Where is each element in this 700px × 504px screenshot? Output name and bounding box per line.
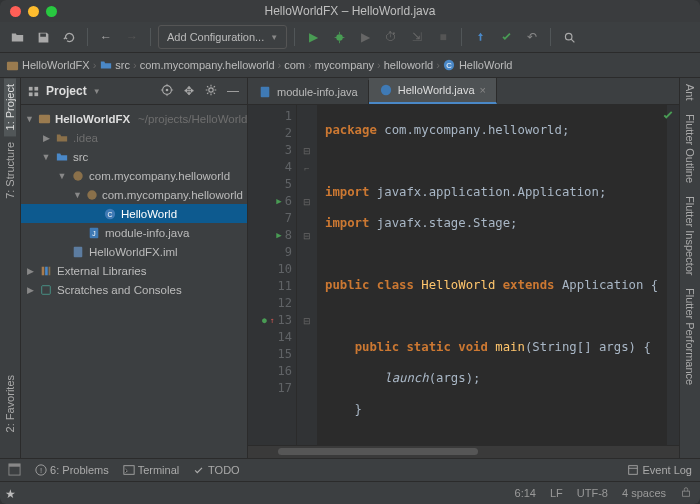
vcs-commit-button[interactable] (495, 26, 517, 48)
chevron-down-icon[interactable]: ▼ (93, 87, 101, 96)
collapse-icon[interactable]: ▼ (25, 114, 34, 124)
tree-folder-idea[interactable]: ▶ .idea (21, 128, 247, 147)
project-panel-header: Project ▼ ✥ — (21, 78, 247, 105)
collapse-icon[interactable]: ▼ (73, 190, 82, 200)
svg-text:!: ! (40, 466, 42, 475)
svg-rect-19 (74, 246, 83, 256)
vcs-history-button[interactable]: ↶ (521, 26, 543, 48)
tree-class-helloworld[interactable]: C HelloWorld (21, 204, 247, 223)
editor-error-stripe[interactable] (667, 105, 679, 445)
tree-label: src (73, 151, 88, 163)
chevron-right-icon: › (133, 59, 137, 71)
window-zoom-button[interactable] (46, 6, 57, 17)
bottom-tool-bar: ! 6: Problems Terminal TODO Event Log (0, 458, 700, 481)
run-config-selector[interactable]: Add Configuration... ▼ (158, 25, 287, 49)
status-indent[interactable]: 4 spaces (622, 487, 666, 499)
svg-point-13 (73, 171, 82, 180)
tree-file-iml[interactable]: HelloWorldFX.iml (21, 242, 247, 261)
tree-package[interactable]: ▼ com.mycompany.helloworld (21, 166, 247, 185)
tool-label: 6: Problems (50, 464, 109, 476)
save-button[interactable] (32, 26, 54, 48)
status-encoding[interactable]: UTF-8 (577, 487, 608, 499)
svg-point-11 (209, 87, 213, 91)
tree-project-root[interactable]: ▼ HelloWorldFX ~/projects/HelloWorldFX (21, 109, 247, 128)
expand-icon[interactable]: ▶ (41, 133, 51, 143)
tree-label: External Libraries (57, 265, 146, 277)
tool-favorites-tab[interactable]: 2: Favorites (4, 369, 16, 438)
tree-folder-src[interactable]: ▼ src (21, 147, 247, 166)
refresh-button[interactable] (58, 26, 80, 48)
project-tool-window: Project ▼ ✥ — ▼ HelloWorldFX ~/projects/… (21, 78, 248, 458)
profile-button[interactable]: ⏱ (380, 26, 402, 48)
tool-flutter-inspector-tab[interactable]: Flutter Inspector (684, 190, 696, 281)
editor-tab-moduleinfo[interactable]: module-info.java (248, 80, 369, 104)
locate-icon[interactable] (159, 83, 175, 100)
tree-label: com.mycompany.helloworld (89, 170, 230, 182)
status-bar: 6:14 LF UTF-8 4 spaces (0, 481, 700, 504)
nav-back-button[interactable]: ← (95, 26, 117, 48)
expand-icon[interactable]: ▶ (25, 266, 35, 276)
svg-rect-7 (29, 92, 33, 96)
window-close-button[interactable] (10, 6, 21, 17)
run-button[interactable]: ▶ (302, 26, 324, 48)
project-tree[interactable]: ▼ HelloWorldFX ~/projects/HelloWorldFX ▶… (21, 105, 247, 458)
coverage-button[interactable]: ▶ (354, 26, 376, 48)
tree-scratches[interactable]: ▶ Scratches and Consoles (21, 280, 247, 299)
search-everywhere-button[interactable] (558, 26, 580, 48)
status-caret-position[interactable]: 6:14 (515, 487, 536, 499)
editor-tab-helloworld[interactable]: HelloWorld.java × (369, 78, 497, 104)
editor-tabs: module-info.java HelloWorld.java × (248, 78, 679, 105)
tool-structure-tab[interactable]: 7: Structure (4, 136, 16, 205)
window-minimize-button[interactable] (28, 6, 39, 17)
close-icon[interactable]: × (480, 84, 486, 96)
tool-eventlog-tab[interactable]: Event Log (627, 464, 692, 476)
breadcrumb-item[interactable]: com (284, 59, 305, 71)
readonly-toggle-icon[interactable] (680, 486, 692, 500)
status-line-separator[interactable]: LF (550, 487, 563, 499)
collapse-icon[interactable]: ▼ (41, 152, 51, 162)
tree-external-libraries[interactable]: ▶ External Libraries (21, 261, 247, 280)
code-editor[interactable]: package com.mycompany.helloworld; import… (317, 105, 667, 445)
breadcrumb-item[interactable]: HelloWorld (459, 59, 513, 71)
iml-file-icon (71, 245, 85, 259)
tree-file-moduleinfo[interactable]: J module-info.java (21, 223, 247, 242)
tool-todo-tab[interactable]: TODO (193, 464, 239, 476)
breadcrumb-item[interactable]: mycompany (315, 59, 374, 71)
hide-panel-icon[interactable]: — (225, 84, 241, 98)
fold-gutter[interactable]: ⊟ ⌐ ⊟ ⊟ ⊟ (297, 105, 317, 445)
horizontal-scrollbar[interactable] (248, 445, 679, 458)
collapse-icon[interactable]: ▼ (57, 171, 67, 181)
scrollbar-thumb[interactable] (278, 448, 478, 455)
gear-icon[interactable] (203, 83, 219, 100)
tool-problems-tab[interactable]: ! 6: Problems (35, 464, 109, 476)
breadcrumb-item[interactable]: com.mycompany.helloworld (140, 59, 275, 71)
line-number-gutter[interactable]: 12345 ▶ 6 7 ▶ 8 9101112 ●↑13 14151617 (248, 105, 297, 445)
svg-rect-2 (7, 61, 18, 69)
breadcrumb-item[interactable]: helloworld (384, 59, 434, 71)
editor-area: module-info.java HelloWorld.java × 12345… (248, 78, 679, 458)
expand-all-icon[interactable]: ✥ (181, 84, 197, 98)
window-list-icon[interactable] (8, 463, 21, 478)
vcs-update-button[interactable] (469, 26, 491, 48)
attach-button[interactable]: ⇲ (406, 26, 428, 48)
tool-flutter-perf-tab[interactable]: Flutter Performance (684, 282, 696, 391)
tool-quick-access-icon[interactable]: ★ (3, 487, 17, 501)
chevron-right-icon: › (93, 59, 97, 71)
breadcrumb-item[interactable]: HelloWorldFX (22, 59, 90, 71)
tool-ant-tab[interactable]: Ant (684, 78, 696, 107)
stop-button[interactable]: ■ (432, 26, 454, 48)
tree-label: module-info.java (105, 227, 189, 239)
tool-terminal-tab[interactable]: Terminal (123, 464, 179, 476)
class-icon: C (103, 207, 117, 221)
debug-button[interactable] (328, 26, 350, 48)
svg-rect-27 (9, 463, 20, 466)
inspection-ok-icon[interactable] (661, 109, 675, 126)
breadcrumb-item[interactable]: src (115, 59, 130, 71)
tree-package[interactable]: ▼ com.mycompany.helloworld (21, 185, 247, 204)
tool-project-tab[interactable]: 1: Project (4, 78, 16, 136)
expand-icon[interactable]: ▶ (25, 285, 35, 295)
tree-label: com.mycompany.helloworld (102, 189, 243, 201)
open-file-button[interactable] (6, 26, 28, 48)
nav-forward-button[interactable]: → (121, 26, 143, 48)
tool-flutter-outline-tab[interactable]: Flutter Outline (684, 108, 696, 189)
